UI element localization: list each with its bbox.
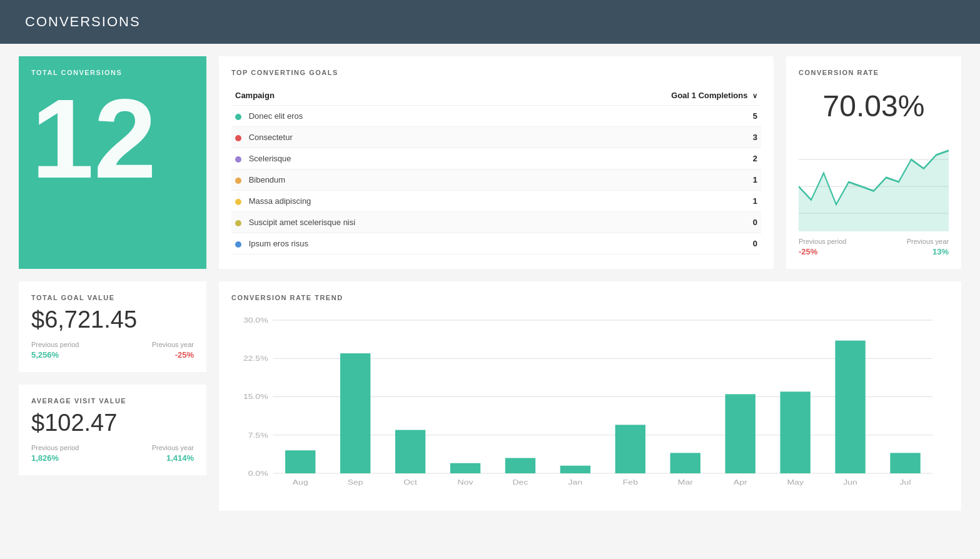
bar-chart-title: CONVERSION RATE TREND — [231, 294, 949, 301]
prev-year-label: Previous year — [907, 238, 949, 245]
goals-campaign-cell: Scelerisque — [231, 148, 537, 169]
goals-campaign-cell: Bibendum — [231, 169, 537, 191]
svg-text:Apr: Apr — [734, 478, 747, 486]
main-content: TOTAL CONVERSIONS 12 TOP CONVERTING GOAL… — [0, 44, 980, 523]
page-header: CONVERSIONS — [0, 0, 980, 44]
goals-campaign-cell: Donec elit eros — [231, 106, 537, 127]
svg-rect-30 — [725, 394, 755, 473]
tgv-prev-year-value: -25% — [152, 350, 194, 360]
svg-text:Aug: Aug — [293, 478, 308, 486]
campaign-dot — [235, 241, 241, 248]
goals-value-cell: 1 — [537, 169, 761, 191]
svg-text:7.5%: 7.5% — [248, 431, 268, 439]
svg-text:Oct: Oct — [403, 478, 417, 486]
prev-period-col: Previous period -25% — [799, 238, 846, 256]
prev-year-col: Previous year 13% — [907, 238, 949, 256]
prev-period-label: Previous period — [799, 238, 846, 245]
campaign-name: Donec elit eros — [249, 111, 303, 121]
svg-text:Jul: Jul — [900, 478, 911, 486]
goals-value-cell: 0 — [537, 233, 761, 254]
svg-text:Sep: Sep — [348, 478, 363, 486]
svg-rect-18 — [395, 430, 425, 473]
goals-table-row: Scelerisque 2 — [231, 148, 761, 169]
svg-text:Jun: Jun — [843, 478, 857, 486]
total-conversions-card: TOTAL CONVERSIONS 12 — [19, 56, 206, 269]
svg-rect-22 — [505, 458, 535, 474]
svg-text:May: May — [787, 478, 804, 486]
goals-table-row: Consectetur 3 — [231, 127, 761, 148]
goals-table-row: Suscipit amet scelerisque nisi 0 — [231, 212, 761, 233]
goals-value-cell: 5 — [537, 106, 761, 127]
tgv-prev-period-col: Previous period 5,256% — [31, 341, 79, 360]
campaign-name: Suscipit amet scelerisque nisi — [249, 218, 356, 227]
svg-rect-34 — [835, 341, 865, 473]
avv-prev-year-value: 1,414% — [152, 453, 194, 463]
goals-value-cell: 1 — [537, 191, 761, 212]
goals-col-campaign: Campaign — [231, 86, 537, 106]
svg-text:30.0%: 30.0% — [243, 316, 268, 324]
goals-card: TOP CONVERTING GOALS Campaign Goal 1 Com… — [219, 56, 774, 269]
goals-table-row: Bibendum 1 — [231, 169, 761, 191]
goals-value-cell: 2 — [537, 148, 761, 169]
svg-rect-24 — [560, 466, 590, 473]
svg-rect-26 — [615, 425, 645, 473]
goals-value-cell: 0 — [537, 212, 761, 233]
campaign-dot — [235, 220, 241, 226]
svg-text:Feb: Feb — [623, 478, 638, 486]
svg-text:15.0%: 15.0% — [243, 393, 268, 401]
goals-table-row: Donec elit eros 5 — [231, 106, 761, 127]
conversion-rate-comparison: Previous period -25% Previous year 13% — [799, 238, 949, 256]
conversion-rate-chart — [799, 133, 949, 231]
campaign-dot — [235, 135, 241, 141]
top-row: TOTAL CONVERSIONS 12 TOP CONVERTING GOAL… — [19, 56, 961, 269]
svg-rect-14 — [285, 450, 315, 473]
svg-rect-16 — [340, 353, 370, 473]
campaign-dot — [235, 178, 241, 184]
goals-campaign-cell: Ipsum eros risus — [231, 233, 537, 254]
page-title: CONVERSIONS — [25, 14, 955, 30]
avg-visit-value-card: AVERAGE VISIT VALUE $102.47 Previous per… — [19, 385, 206, 475]
avg-visit-comparison: Previous period 1,826% Previous year 1,4… — [31, 444, 194, 463]
conversion-rate-value: 70.03% — [799, 89, 949, 123]
tgv-prev-period-value: 5,256% — [31, 350, 79, 360]
total-goal-comparison: Previous period 5,256% Previous year -25… — [31, 341, 194, 360]
avv-prev-period-value: 1,826% — [31, 453, 79, 463]
svg-text:Jan: Jan — [568, 478, 583, 486]
total-goal-value-card: TOTAL GOAL VALUE $6,721.45 Previous peri… — [19, 281, 206, 372]
total-conversions-value: 12 — [31, 83, 194, 195]
goals-title: TOP CONVERTING GOALS — [231, 69, 761, 76]
campaign-dot — [235, 156, 241, 163]
svg-rect-36 — [890, 453, 920, 473]
svg-rect-28 — [670, 453, 700, 473]
svg-text:Mar: Mar — [678, 478, 693, 486]
bottom-row: TOTAL GOAL VALUE $6,721.45 Previous peri… — [19, 281, 961, 511]
left-metrics: TOTAL GOAL VALUE $6,721.45 Previous peri… — [19, 281, 206, 511]
svg-text:22.5%: 22.5% — [243, 355, 268, 363]
bar-chart-container: 0.0%7.5%15.0%22.5%30.0%AugSepOctNovDecJa… — [231, 311, 949, 498]
bar-chart-svg: 0.0%7.5%15.0%22.5%30.0%AugSepOctNovDecJa… — [231, 311, 949, 498]
avv-prev-period-label: Previous period — [31, 444, 79, 451]
goals-campaign-cell: Consectetur — [231, 127, 537, 148]
svg-rect-20 — [450, 463, 480, 473]
avv-prev-year-label: Previous year — [152, 444, 194, 451]
campaign-name: Bibendum — [249, 175, 286, 184]
goals-campaign-cell: Massa adipiscing — [231, 191, 537, 212]
goals-campaign-cell: Suscipit amet scelerisque nisi — [231, 212, 537, 233]
prev-period-value: -25% — [799, 247, 846, 256]
goals-col-completions[interactable]: Goal 1 Completions ∨ — [537, 86, 761, 106]
goals-table-row: Massa adipiscing 1 — [231, 191, 761, 212]
svg-rect-32 — [780, 391, 810, 473]
avg-visit-title: AVERAGE VISIT VALUE — [31, 397, 194, 405]
goals-value-cell: 3 — [537, 127, 761, 148]
avv-prev-period-col: Previous period 1,826% — [31, 444, 79, 463]
campaign-name: Ipsum eros risus — [249, 239, 308, 248]
bar-chart-card: CONVERSION RATE TREND 0.0%7.5%15.0%22.5%… — [219, 281, 961, 511]
svg-text:Nov: Nov — [458, 478, 474, 486]
prev-year-value: 13% — [907, 247, 949, 256]
campaign-dot — [235, 199, 241, 205]
avv-prev-year-col: Previous year 1,414% — [152, 444, 194, 463]
conversion-rate-card: CONVERSION RATE 70.03% Previous period — [786, 56, 961, 269]
campaign-name: Scelerisque — [249, 154, 291, 163]
total-goal-value-title: TOTAL GOAL VALUE — [31, 294, 194, 301]
total-goal-value-value: $6,721.45 — [31, 306, 194, 333]
